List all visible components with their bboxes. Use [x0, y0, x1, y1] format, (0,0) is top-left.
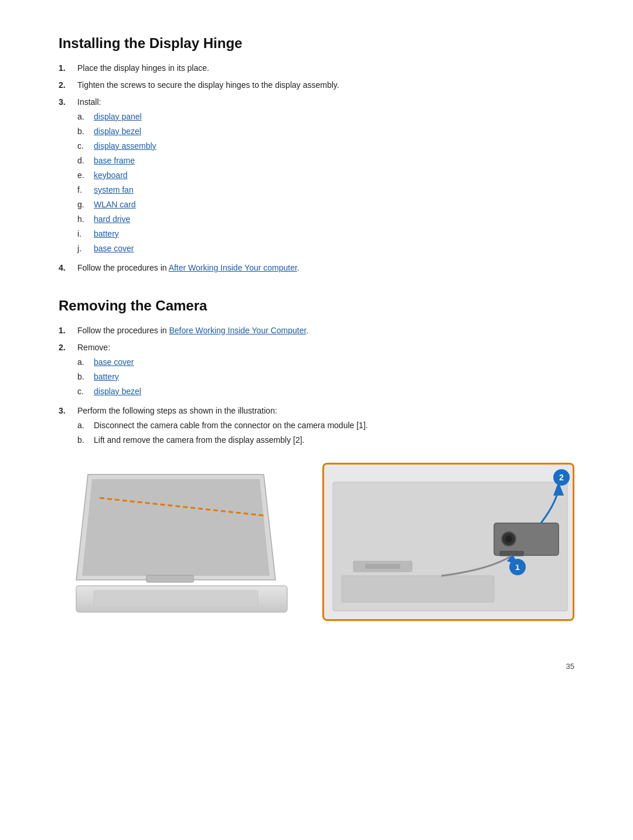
camera-illustration: 1 2 — [59, 463, 574, 627]
section2-perform-list: Disconnect the camera cable from the con… — [77, 419, 574, 446]
section2-remove-list: base cover battery display bezel — [77, 356, 574, 398]
section1-title: Installing the Display Hinge — [59, 35, 574, 52]
link-display-bezel[interactable]: display bezel — [94, 127, 141, 136]
link-display-bezel-2[interactable]: display bezel — [94, 387, 141, 396]
link-base-frame[interactable]: base frame — [94, 156, 135, 165]
step-2-3: Perform the following steps as shown in … — [59, 405, 574, 449]
link-battery[interactable]: battery — [94, 229, 119, 238]
link-base-cover-2[interactable]: base cover — [94, 357, 134, 367]
step-2-2: Remove: base cover battery display bezel — [59, 342, 574, 400]
sub-item-a: display panel — [77, 111, 574, 123]
step-1-1: Place the display hinges in its place. — [59, 62, 574, 74]
sub-perform-b: Lift and remove the camera from the disp… — [77, 434, 574, 446]
svg-rect-3 — [147, 575, 193, 582]
sub-item-h: hard drive — [77, 213, 574, 226]
svg-text:2: 2 — [559, 473, 564, 482]
step-1-2: Tighten the screws to secure the display… — [59, 79, 574, 91]
sub-item-e: keyboard — [77, 169, 574, 182]
step-1-4: Follow the procedures in After Working I… — [59, 262, 574, 274]
link-system-fan[interactable]: system fan — [94, 185, 134, 194]
sub-item-i: battery — [77, 228, 574, 240]
sub-remove-a: base cover — [77, 356, 574, 368]
sub-item-f: system fan — [77, 184, 574, 196]
laptop-overview-image — [59, 463, 305, 615]
section-removing-camera: Removing the Camera Follow the procedure… — [59, 298, 574, 627]
svg-point-13 — [505, 535, 512, 542]
link-keyboard[interactable]: keyboard — [94, 170, 128, 180]
sub-item-d: base frame — [77, 155, 574, 167]
sub-item-j: base cover — [77, 243, 574, 255]
link-base-cover[interactable]: base cover — [94, 244, 134, 253]
link-before-working[interactable]: Before Working Inside Your Computer — [169, 326, 306, 335]
section2-title: Removing the Camera — [59, 298, 574, 314]
section-installing-hinge: Installing the Display Hinge Place the d… — [59, 35, 574, 274]
camera-detail-box: 1 2 — [322, 463, 574, 621]
step-1-3: Install: display panel display bezel dis… — [59, 96, 574, 257]
svg-rect-10 — [365, 564, 400, 569]
svg-marker-1 — [82, 479, 270, 576]
sub-item-g: WLAN card — [77, 199, 574, 211]
link-display-assembly[interactable]: display assembly — [94, 141, 156, 151]
sub-perform-a: Disconnect the camera cable from the con… — [77, 419, 574, 432]
section1-sub-list: display panel display bezel display asse… — [77, 111, 574, 255]
sub-item-b: display bezel — [77, 125, 574, 138]
svg-rect-5 — [94, 590, 258, 607]
page-number: 35 — [59, 662, 574, 671]
svg-rect-14 — [500, 551, 523, 556]
sub-remove-c: display bezel — [77, 385, 574, 398]
section2-steps: Follow the procedures in Before Working … — [59, 325, 574, 449]
sub-remove-b: battery — [77, 371, 574, 383]
svg-rect-8 — [342, 576, 494, 602]
section1-steps: Place the display hinges in its place. T… — [59, 62, 574, 274]
link-wlan-card[interactable]: WLAN card — [94, 200, 136, 209]
sub-item-c: display assembly — [77, 140, 574, 152]
link-battery-2[interactable]: battery — [94, 372, 119, 381]
link-after-working[interactable]: After Working Inside Your computer — [169, 263, 297, 272]
link-display-panel[interactable]: display panel — [94, 112, 142, 121]
link-hard-drive[interactable]: hard drive — [94, 214, 130, 224]
step-2-1: Follow the procedures in Before Working … — [59, 325, 574, 337]
